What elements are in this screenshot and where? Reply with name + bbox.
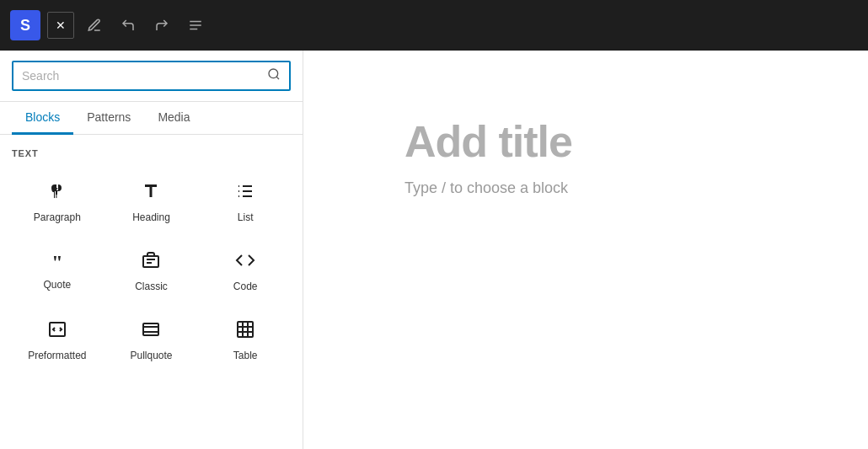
block-item-list[interactable]: List xyxy=(200,167,291,233)
tab-patterns[interactable]: Patterns xyxy=(73,102,144,135)
block-label-pullquote: Pullquote xyxy=(130,350,172,361)
close-button[interactable]: ✕ xyxy=(47,12,74,39)
undo-button[interactable] xyxy=(115,12,142,39)
block-item-preformatted[interactable]: Preformatted xyxy=(12,305,103,371)
block-item-quote[interactable]: " Quote xyxy=(12,236,103,302)
block-label-list: List xyxy=(238,211,254,223)
block-label-quote: Quote xyxy=(43,279,71,291)
block-label-classic: Classic xyxy=(135,281,168,292)
section-label-text: TEXT xyxy=(12,148,291,158)
quote-icon: " xyxy=(51,252,62,272)
svg-point-3 xyxy=(269,69,278,78)
list-icon xyxy=(235,181,255,205)
block-label-paragraph: Paragraph xyxy=(34,211,81,223)
block-item-table[interactable]: Table xyxy=(200,305,291,371)
search-container xyxy=(0,51,303,102)
sidebar: Blocks Patterns Media TEXT ¶ Paragraph xyxy=(0,51,303,449)
classic-icon xyxy=(141,250,161,274)
search-box xyxy=(12,61,291,91)
heading-icon xyxy=(141,181,161,205)
app-logo[interactable]: S xyxy=(10,10,40,40)
tabs: Blocks Patterns Media xyxy=(0,102,303,135)
code-icon xyxy=(235,250,255,274)
block-item-pullquote[interactable]: Pullquote xyxy=(106,305,197,371)
preformatted-icon xyxy=(47,319,67,343)
paragraph-icon: ¶ xyxy=(47,181,67,205)
block-item-heading[interactable]: Heading xyxy=(106,167,197,233)
editor-block-placeholder: Type / to choose a block xyxy=(405,179,568,197)
block-label-preformatted: Preformatted xyxy=(28,350,86,361)
block-item-code[interactable]: Code xyxy=(200,236,291,302)
block-label-heading: Heading xyxy=(132,211,170,223)
tab-blocks[interactable]: Blocks xyxy=(12,102,73,135)
svg-rect-12 xyxy=(143,256,158,267)
block-label-code: Code xyxy=(233,281,258,292)
main-layout: Blocks Patterns Media TEXT ¶ Paragraph xyxy=(0,51,868,449)
tab-media[interactable]: Media xyxy=(144,102,203,135)
block-item-paragraph[interactable]: ¶ Paragraph xyxy=(12,167,103,233)
table-icon xyxy=(235,319,255,343)
block-label-table: Table xyxy=(233,350,258,361)
pullquote-icon xyxy=(141,319,161,343)
search-icon xyxy=(267,67,281,84)
blocks-content: TEXT ¶ Paragraph xyxy=(0,135,303,449)
svg-rect-16 xyxy=(143,323,158,335)
svg-rect-19 xyxy=(238,322,253,337)
svg-line-4 xyxy=(276,77,279,79)
menu-button[interactable] xyxy=(182,12,209,39)
search-input[interactable] xyxy=(22,69,262,83)
redo-button[interactable] xyxy=(148,12,175,39)
svg-text:¶: ¶ xyxy=(51,185,58,199)
editor-area[interactable]: Add title Type / to choose a block xyxy=(303,51,868,449)
blocks-grid: ¶ Paragraph Heading xyxy=(12,167,291,371)
pen-icon-button[interactable] xyxy=(81,12,108,39)
toolbar: S ✕ xyxy=(0,0,868,51)
editor-title-placeholder[interactable]: Add title xyxy=(405,118,572,166)
block-item-classic[interactable]: Classic xyxy=(106,236,197,302)
